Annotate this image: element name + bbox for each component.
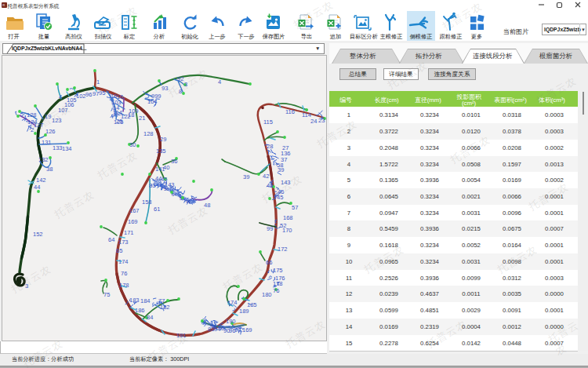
svg-text:170: 170	[282, 227, 292, 234]
svg-text:182: 182	[160, 304, 170, 311]
svg-text:125: 125	[114, 118, 124, 126]
svg-text:183: 183	[129, 297, 140, 304]
svg-text:18: 18	[128, 111, 134, 118]
svg-text:191: 191	[176, 332, 187, 339]
svg-text:75: 75	[103, 291, 110, 298]
svg-text:96: 96	[85, 91, 92, 98]
svg-text:8: 8	[179, 88, 182, 95]
svg-text:57: 57	[292, 204, 298, 211]
svg-text:168: 168	[283, 214, 293, 221]
svg-text:184: 184	[140, 297, 151, 304]
svg-text:93: 93	[162, 85, 168, 92]
svg-text:169: 169	[128, 218, 138, 225]
svg-text:3: 3	[25, 282, 28, 290]
svg-text:24: 24	[310, 118, 317, 125]
svg-text:2: 2	[31, 126, 34, 133]
svg-text:180: 180	[262, 291, 272, 298]
svg-text:99: 99	[267, 225, 273, 232]
svg-text:135: 135	[156, 148, 166, 155]
svg-text:152: 152	[33, 231, 43, 238]
svg-text:76: 76	[121, 270, 127, 277]
svg-text:95: 95	[99, 89, 105, 97]
svg-text:134: 134	[62, 145, 72, 152]
svg-text:178: 178	[119, 282, 129, 289]
svg-text:39: 39	[243, 173, 249, 180]
svg-text:141: 141	[155, 166, 165, 173]
svg-text:143: 143	[165, 181, 175, 188]
svg-text:96: 96	[186, 199, 191, 204]
svg-text:123: 123	[52, 117, 62, 124]
svg-text:178: 178	[273, 280, 283, 287]
svg-text:171: 171	[124, 229, 134, 236]
svg-text:94: 94	[214, 326, 220, 333]
svg-text:133: 133	[53, 144, 63, 151]
svg-text:169: 169	[242, 326, 252, 333]
svg-text:45: 45	[277, 194, 283, 201]
svg-text:190: 190	[226, 318, 236, 325]
svg-text:143: 143	[281, 179, 291, 186]
svg-text:4: 4	[59, 93, 62, 100]
svg-text:66: 66	[266, 259, 272, 266]
svg-text:131: 131	[42, 139, 52, 146]
svg-text:44: 44	[34, 184, 40, 191]
svg-text:92: 92	[177, 75, 183, 82]
svg-text:186: 186	[135, 307, 145, 314]
svg-text:3: 3	[184, 81, 187, 88]
svg-text:65: 65	[116, 247, 122, 254]
svg-text:23: 23	[318, 117, 325, 124]
svg-text:28: 28	[267, 143, 273, 150]
svg-text:173: 173	[118, 239, 129, 246]
svg-text:29: 29	[160, 136, 166, 143]
svg-text:174: 174	[118, 258, 129, 265]
svg-text:76: 76	[273, 287, 279, 294]
svg-text:128: 128	[143, 130, 154, 137]
svg-text:39: 39	[278, 166, 284, 173]
svg-text:61: 61	[154, 206, 160, 213]
svg-text:126: 126	[45, 128, 56, 135]
svg-text:115: 115	[263, 118, 273, 126]
svg-text:64: 64	[108, 236, 114, 243]
svg-text:158: 158	[142, 199, 152, 206]
svg-text:1: 1	[96, 78, 100, 86]
svg-text:42: 42	[263, 173, 269, 180]
svg-text:83: 83	[149, 182, 155, 189]
svg-text:116: 116	[285, 108, 295, 115]
svg-text:48: 48	[204, 202, 210, 209]
svg-text:74: 74	[230, 299, 237, 306]
svg-text:4: 4	[218, 78, 221, 86]
svg-text:172: 172	[278, 246, 288, 253]
svg-text:107: 107	[58, 107, 68, 114]
svg-text:132: 132	[38, 156, 49, 163]
svg-text:38: 38	[46, 166, 53, 173]
svg-text:189: 189	[239, 308, 249, 315]
svg-text:93: 93	[234, 326, 241, 333]
svg-text:19: 19	[45, 113, 51, 120]
svg-text:104: 104	[147, 98, 158, 105]
svg-text:102: 102	[76, 93, 86, 100]
svg-text:175: 175	[273, 267, 283, 274]
svg-text:46: 46	[267, 182, 273, 189]
svg-text:128: 128	[27, 111, 37, 118]
svg-text:127: 127	[34, 122, 44, 129]
svg-text:21: 21	[139, 115, 145, 122]
svg-text:167: 167	[129, 207, 140, 214]
svg-text:142: 142	[36, 177, 46, 184]
svg-text:84: 84	[147, 314, 153, 321]
svg-text:30: 30	[129, 141, 136, 148]
svg-text:36: 36	[171, 158, 177, 165]
